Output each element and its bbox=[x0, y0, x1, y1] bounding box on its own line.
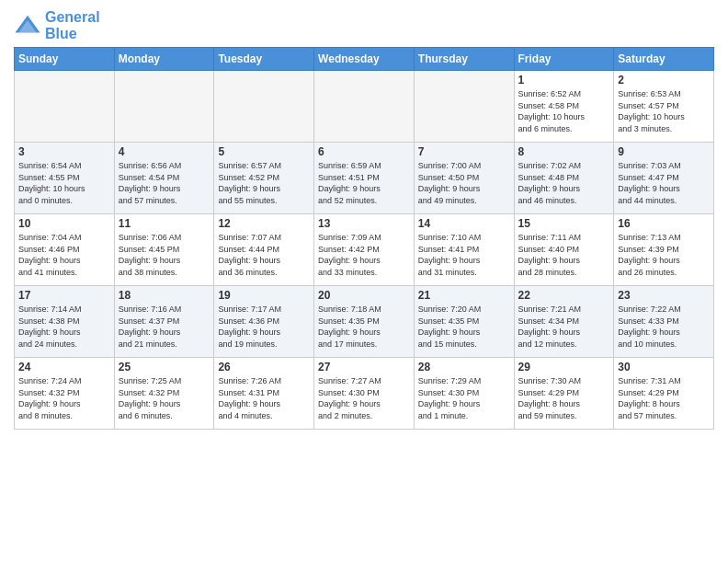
day-info: Sunrise: 7:14 AM Sunset: 4:38 PM Dayligh… bbox=[18, 304, 110, 350]
day-number: 1 bbox=[518, 74, 610, 86]
calendar-cell: 13Sunrise: 7:09 AM Sunset: 4:42 PM Dayli… bbox=[314, 214, 415, 286]
calendar-cell: 9Sunrise: 7:03 AM Sunset: 4:47 PM Daylig… bbox=[614, 143, 714, 214]
calendar-cell: 14Sunrise: 7:10 AM Sunset: 4:41 PM Dayli… bbox=[414, 214, 514, 286]
weekday-thursday: Thursday bbox=[414, 48, 514, 71]
day-number: 23 bbox=[618, 289, 710, 302]
day-number: 10 bbox=[18, 217, 110, 230]
day-number: 6 bbox=[318, 145, 410, 158]
day-info: Sunrise: 6:59 AM Sunset: 4:51 PM Dayligh… bbox=[318, 160, 410, 206]
calendar-cell: 19Sunrise: 7:17 AM Sunset: 4:36 PM Dayli… bbox=[214, 286, 314, 358]
calendar-cell: 28Sunrise: 7:29 AM Sunset: 4:30 PM Dayli… bbox=[414, 358, 514, 430]
day-number: 24 bbox=[18, 361, 110, 373]
day-info: Sunrise: 7:22 AM Sunset: 4:33 PM Dayligh… bbox=[618, 304, 710, 350]
day-number: 18 bbox=[119, 289, 210, 302]
day-info: Sunrise: 7:29 AM Sunset: 4:30 PM Dayligh… bbox=[418, 375, 510, 421]
day-number: 4 bbox=[119, 145, 210, 158]
day-info: Sunrise: 7:13 AM Sunset: 4:39 PM Dayligh… bbox=[618, 232, 710, 278]
weekday-saturday: Saturday bbox=[614, 48, 714, 71]
day-info: Sunrise: 6:53 AM Sunset: 4:57 PM Dayligh… bbox=[618, 88, 710, 134]
calendar-cell: 18Sunrise: 7:16 AM Sunset: 4:37 PM Dayli… bbox=[114, 286, 214, 358]
day-number: 26 bbox=[218, 361, 310, 373]
day-number: 28 bbox=[418, 361, 510, 373]
calendar-cell: 8Sunrise: 7:02 AM Sunset: 4:48 PM Daylig… bbox=[514, 143, 614, 214]
day-info: Sunrise: 7:00 AM Sunset: 4:50 PM Dayligh… bbox=[418, 160, 510, 206]
weekday-sunday: Sunday bbox=[15, 48, 115, 71]
day-info: Sunrise: 7:27 AM Sunset: 4:30 PM Dayligh… bbox=[318, 375, 410, 421]
day-info: Sunrise: 7:07 AM Sunset: 4:44 PM Dayligh… bbox=[218, 232, 310, 278]
calendar-cell bbox=[15, 71, 115, 143]
day-info: Sunrise: 7:04 AM Sunset: 4:46 PM Dayligh… bbox=[18, 232, 110, 278]
calendar-cell bbox=[314, 71, 415, 143]
day-number: 29 bbox=[518, 361, 610, 373]
calendar-cell: 4Sunrise: 6:56 AM Sunset: 4:54 PM Daylig… bbox=[114, 143, 214, 214]
day-number: 2 bbox=[618, 74, 710, 86]
calendar-cell bbox=[214, 71, 314, 143]
day-number: 27 bbox=[318, 361, 410, 373]
day-info: Sunrise: 7:21 AM Sunset: 4:34 PM Dayligh… bbox=[518, 304, 610, 350]
calendar-cell: 6Sunrise: 6:59 AM Sunset: 4:51 PM Daylig… bbox=[314, 143, 415, 214]
day-info: Sunrise: 7:02 AM Sunset: 4:48 PM Dayligh… bbox=[518, 160, 610, 206]
calendar-cell: 21Sunrise: 7:20 AM Sunset: 4:35 PM Dayli… bbox=[414, 286, 514, 358]
calendar-cell: 5Sunrise: 6:57 AM Sunset: 4:52 PM Daylig… bbox=[214, 143, 314, 214]
week-row-2: 3Sunrise: 6:54 AM Sunset: 4:55 PM Daylig… bbox=[15, 143, 714, 214]
day-number: 19 bbox=[218, 289, 310, 302]
weekday-header-row: SundayMondayTuesdayWednesdayThursdayFrid… bbox=[15, 48, 714, 71]
day-info: Sunrise: 7:16 AM Sunset: 4:37 PM Dayligh… bbox=[119, 304, 210, 350]
weekday-wednesday: Wednesday bbox=[314, 48, 415, 71]
day-number: 13 bbox=[318, 217, 410, 230]
day-info: Sunrise: 7:10 AM Sunset: 4:41 PM Dayligh… bbox=[418, 232, 510, 278]
day-info: Sunrise: 7:26 AM Sunset: 4:31 PM Dayligh… bbox=[218, 375, 310, 421]
calendar-cell: 7Sunrise: 7:00 AM Sunset: 4:50 PM Daylig… bbox=[414, 143, 514, 214]
calendar-cell: 1Sunrise: 6:52 AM Sunset: 4:58 PM Daylig… bbox=[514, 71, 614, 143]
calendar-cell bbox=[114, 71, 214, 143]
day-info: Sunrise: 7:03 AM Sunset: 4:47 PM Dayligh… bbox=[618, 160, 710, 206]
weekday-monday: Monday bbox=[114, 48, 214, 71]
calendar-cell: 20Sunrise: 7:18 AM Sunset: 4:35 PM Dayli… bbox=[314, 286, 415, 358]
day-number: 9 bbox=[618, 145, 710, 158]
week-row-5: 24Sunrise: 7:24 AM Sunset: 4:32 PM Dayli… bbox=[15, 358, 714, 430]
weekday-tuesday: Tuesday bbox=[214, 48, 314, 71]
day-number: 20 bbox=[318, 289, 410, 302]
day-info: Sunrise: 7:30 AM Sunset: 4:29 PM Dayligh… bbox=[518, 375, 610, 421]
page-container: General Blue SundayMondayTuesdayWednesda… bbox=[0, 0, 728, 563]
day-info: Sunrise: 6:52 AM Sunset: 4:58 PM Dayligh… bbox=[518, 88, 610, 134]
calendar-cell: 2Sunrise: 6:53 AM Sunset: 4:57 PM Daylig… bbox=[614, 71, 714, 143]
day-number: 12 bbox=[218, 217, 310, 230]
day-info: Sunrise: 7:31 AM Sunset: 4:29 PM Dayligh… bbox=[618, 375, 710, 421]
day-number: 3 bbox=[18, 145, 110, 158]
calendar-cell: 23Sunrise: 7:22 AM Sunset: 4:33 PM Dayli… bbox=[614, 286, 714, 358]
day-number: 30 bbox=[618, 361, 710, 373]
week-row-4: 17Sunrise: 7:14 AM Sunset: 4:38 PM Dayli… bbox=[15, 286, 714, 358]
calendar-cell: 17Sunrise: 7:14 AM Sunset: 4:38 PM Dayli… bbox=[15, 286, 115, 358]
calendar-cell: 10Sunrise: 7:04 AM Sunset: 4:46 PM Dayli… bbox=[15, 214, 115, 286]
calendar-cell: 3Sunrise: 6:54 AM Sunset: 4:55 PM Daylig… bbox=[15, 143, 115, 214]
calendar-cell: 11Sunrise: 7:06 AM Sunset: 4:45 PM Dayli… bbox=[114, 214, 214, 286]
day-info: Sunrise: 7:20 AM Sunset: 4:35 PM Dayligh… bbox=[418, 304, 510, 350]
weekday-friday: Friday bbox=[514, 48, 614, 71]
calendar-cell: 29Sunrise: 7:30 AM Sunset: 4:29 PM Dayli… bbox=[514, 358, 614, 430]
calendar-cell: 15Sunrise: 7:11 AM Sunset: 4:40 PM Dayli… bbox=[514, 214, 614, 286]
day-number: 11 bbox=[119, 217, 210, 230]
logo-icon bbox=[14, 12, 41, 40]
calendar-cell: 22Sunrise: 7:21 AM Sunset: 4:34 PM Dayli… bbox=[514, 286, 614, 358]
calendar-cell: 25Sunrise: 7:25 AM Sunset: 4:32 PM Dayli… bbox=[114, 358, 214, 430]
calendar-cell: 24Sunrise: 7:24 AM Sunset: 4:32 PM Dayli… bbox=[15, 358, 115, 430]
day-info: Sunrise: 7:18 AM Sunset: 4:35 PM Dayligh… bbox=[318, 304, 410, 350]
day-info: Sunrise: 7:25 AM Sunset: 4:32 PM Dayligh… bbox=[119, 375, 210, 421]
day-info: Sunrise: 6:57 AM Sunset: 4:52 PM Dayligh… bbox=[218, 160, 310, 206]
day-number: 14 bbox=[418, 217, 510, 230]
day-number: 16 bbox=[618, 217, 710, 230]
calendar-cell: 16Sunrise: 7:13 AM Sunset: 4:39 PM Dayli… bbox=[614, 214, 714, 286]
day-number: 22 bbox=[518, 289, 610, 302]
calendar-cell: 12Sunrise: 7:07 AM Sunset: 4:44 PM Dayli… bbox=[214, 214, 314, 286]
calendar-table: SundayMondayTuesdayWednesdayThursdayFrid… bbox=[14, 47, 714, 430]
day-info: Sunrise: 6:54 AM Sunset: 4:55 PM Dayligh… bbox=[18, 160, 110, 206]
calendar-cell: 26Sunrise: 7:26 AM Sunset: 4:31 PM Dayli… bbox=[214, 358, 314, 430]
day-number: 21 bbox=[418, 289, 510, 302]
day-number: 7 bbox=[418, 145, 510, 158]
calendar-cell: 27Sunrise: 7:27 AM Sunset: 4:30 PM Dayli… bbox=[314, 358, 415, 430]
day-info: Sunrise: 7:06 AM Sunset: 4:45 PM Dayligh… bbox=[119, 232, 210, 278]
day-number: 25 bbox=[119, 361, 210, 373]
day-number: 15 bbox=[518, 217, 610, 230]
week-row-3: 10Sunrise: 7:04 AM Sunset: 4:46 PM Dayli… bbox=[15, 214, 714, 286]
